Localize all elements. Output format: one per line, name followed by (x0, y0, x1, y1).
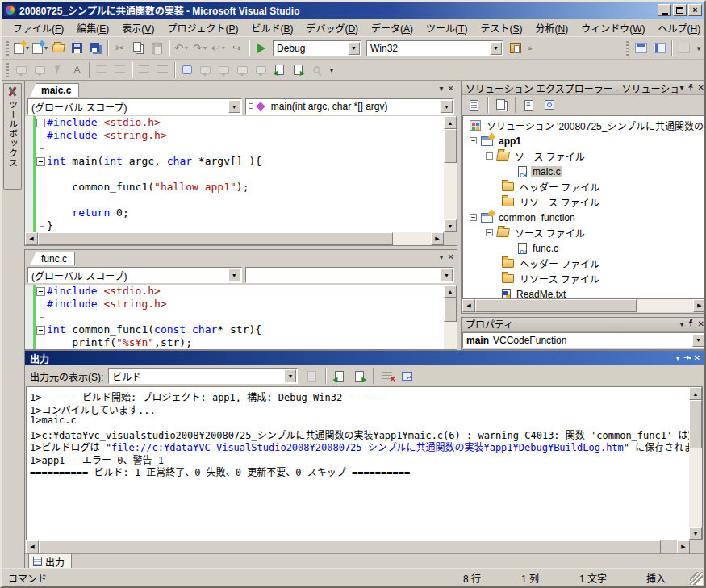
member-combo[interactable]: main(int argc, char *[] argv) ▼ (245, 98, 454, 115)
close-button[interactable]: × (688, 4, 702, 16)
menu-item-6[interactable]: データ(A) (365, 19, 420, 37)
outlining-margin[interactable] (36, 116, 47, 129)
chevron-down-icon[interactable]: ▼ (490, 42, 502, 55)
scroll-up-icon[interactable]: ▲ (689, 387, 702, 400)
tree-expander-icon[interactable]: − (470, 214, 477, 221)
menu-item-5[interactable]: デバッグ(D) (299, 19, 365, 37)
tab-maic-c[interactable]: maic.c (30, 83, 79, 97)
tree-item[interactable]: ヘッダー ファイル (463, 179, 705, 194)
toolbox-tab[interactable]: ツールボックス (3, 83, 22, 190)
scroll-left-icon[interactable]: ◀ (462, 299, 475, 312)
open-file-button[interactable] (49, 40, 68, 57)
scroll-down-icon[interactable]: ▼ (444, 219, 457, 232)
scroll-right-icon[interactable]: ▶ (431, 232, 444, 245)
next-annotation-button[interactable] (289, 61, 307, 79)
scope-combo[interactable]: (グローバル スコープ) ▼ (27, 98, 242, 115)
member-combo[interactable]: ▼ (245, 267, 454, 283)
solution-platforms-combo[interactable]: Win32▼ (366, 40, 503, 56)
solution-configurations-combo[interactable]: Debug▼ (273, 40, 361, 56)
new-horizontal-tab-group-button[interactable] (632, 40, 650, 57)
tree-item[interactable]: maic.c (463, 164, 705, 179)
menu-item-9[interactable]: 分析(N) (528, 19, 574, 37)
start-debugging-button[interactable] (252, 40, 270, 57)
view-class-diagram-button[interactable] (540, 96, 558, 114)
auto-hide-pin-icon[interactable] (683, 354, 691, 363)
vertical-scrollbar[interactable]: ▲ (444, 285, 457, 349)
copy-button[interactable] (129, 40, 148, 57)
output-log[interactable]: 1>------ ビルド開始: プロジェクト: app1, 構成: Debug … (27, 387, 689, 540)
new-vertical-tab-group-button[interactable] (650, 40, 669, 57)
chevron-down-icon[interactable]: ▼ (692, 334, 704, 347)
scope-combo[interactable]: (グローバル スコープ) ▼ (27, 267, 242, 283)
auto-hide-pin-icon[interactable] (687, 319, 695, 328)
output-title-bar[interactable]: 出力 ▾ ✕ (25, 351, 704, 365)
menu-item-2[interactable]: 表示(V) (115, 19, 161, 37)
maximize-button[interactable] (673, 4, 687, 16)
show-all-files-button[interactable] (492, 96, 511, 114)
minimize-button[interactable] (658, 4, 671, 16)
scroll-down-icon[interactable]: ▼ (689, 527, 702, 540)
tree-item[interactable]: −app1 (463, 133, 705, 148)
add-new-item-button[interactable]: ▾ (31, 40, 49, 57)
chevron-down-icon[interactable]: ▼ (348, 42, 360, 55)
new-project-button[interactable]: ▾ (12, 40, 31, 57)
chevron-down-icon[interactable]: ▼ (441, 269, 453, 281)
find-in-files-button[interactable] (506, 40, 524, 57)
toggle-outlining-button[interactable] (178, 61, 196, 79)
tree-item[interactable]: −ソース ファイル (463, 148, 705, 164)
vertical-scrollbar[interactable]: ▲ ▼ (689, 387, 702, 540)
toolbar-options-dropdown[interactable]: ▾ (326, 61, 337, 79)
menu-item-0[interactable]: ファイル(F) (6, 19, 70, 37)
code-editor-func[interactable]: #include <stdio.h>#include <string.h>int… (25, 285, 444, 349)
save-button[interactable] (68, 40, 86, 57)
close-document-icon[interactable]: ✕ (448, 84, 454, 94)
horizontal-scrollbar[interactable]: ◀ ▶ (26, 540, 703, 553)
tab-func-c[interactable]: func.c (30, 252, 75, 265)
toolbar-options-dropdown[interactable]: ▾ (693, 40, 704, 57)
properties-object-combo[interactable]: main VCCodeFunction ▼ (462, 332, 706, 348)
menu-item-8[interactable]: テスト(S) (474, 19, 528, 37)
code-editor-maic[interactable]: #include <stdio.h>#include <string.h>int… (25, 116, 444, 232)
chevron-down-icon[interactable]: ▼ (228, 100, 240, 113)
close-icon[interactable]: ✕ (698, 84, 704, 92)
tree-expander-icon[interactable]: − (486, 152, 493, 160)
vertical-scrollbar[interactable]: ▲ ▼ (444, 116, 457, 232)
auto-hide-pin-icon[interactable] (687, 84, 695, 93)
tree-item[interactable]: リソース ファイル (463, 271, 705, 286)
previous-message-button[interactable] (330, 367, 349, 385)
active-files-dropdown-icon[interactable]: ▾ (440, 252, 444, 262)
scroll-left-icon[interactable]: ◀ (26, 540, 39, 553)
menu-item-10[interactable]: ウィンドウ(W) (574, 19, 651, 37)
build-log-link[interactable]: file://c:¥data¥VC VisualStudio2008¥20080… (111, 442, 624, 453)
window-position-dropdown-icon[interactable]: ▾ (680, 84, 684, 92)
solution-explorer-title-bar[interactable]: ソリューション エクスプローラー - ソリューション '200807 ▾ ✕ (462, 81, 706, 95)
tree-item[interactable]: −common_function (463, 210, 705, 225)
menu-item-3[interactable]: プロジェクト(P) (161, 19, 244, 37)
close-document-icon[interactable]: ✕ (448, 252, 454, 262)
outlining-margin[interactable] (36, 155, 47, 168)
scroll-right-icon[interactable]: ▶ (693, 299, 706, 312)
tree-expander-icon[interactable]: − (486, 229, 493, 236)
resize-grip[interactable] (690, 572, 703, 585)
horizontal-scrollbar[interactable]: ◀ ▶ (462, 299, 706, 312)
view-code-button[interactable] (520, 96, 538, 114)
tree-item[interactable]: func.c (463, 240, 705, 256)
outlining-margin[interactable] (36, 323, 47, 336)
toolbar-overflow-chevron[interactable]: » (524, 40, 536, 57)
menu-item-4[interactable]: ビルド(B) (244, 19, 299, 37)
window-position-dropdown-icon[interactable]: ▾ (680, 320, 684, 328)
close-icon[interactable]: ✕ (698, 320, 704, 328)
properties-title-bar[interactable]: プロパティ ▾ ✕ (462, 318, 706, 332)
tree-item[interactable]: リソース ファイル (463, 194, 705, 210)
toggle-word-wrap-button[interactable] (398, 367, 416, 385)
previous-annotation-button[interactable] (270, 61, 289, 79)
properties-button[interactable] (465, 96, 483, 114)
window-position-dropdown-icon[interactable]: ▾ (676, 354, 680, 362)
scroll-up-icon[interactable]: ▲ (444, 116, 457, 129)
chevron-down-icon[interactable]: ▼ (441, 100, 453, 113)
outlining-margin[interactable] (36, 285, 47, 298)
save-all-button[interactable] (86, 40, 105, 57)
chevron-down-icon[interactable]: ▼ (228, 269, 240, 281)
tree-item[interactable]: −ソース ファイル (463, 225, 705, 240)
next-message-button[interactable] (350, 367, 369, 385)
